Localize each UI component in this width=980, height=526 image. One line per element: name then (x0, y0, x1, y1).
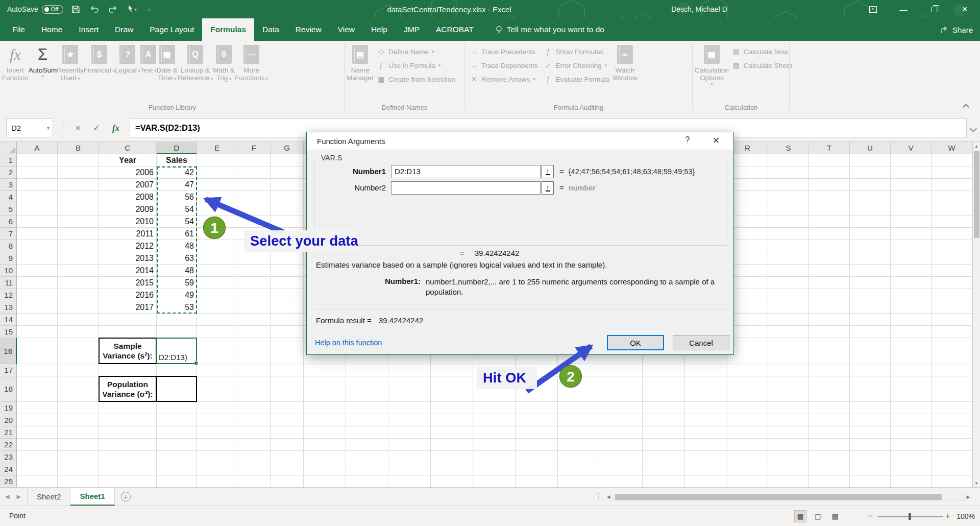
grid-cell-C4[interactable]: 2008 (99, 191, 156, 203)
column-header-G[interactable]: G (271, 142, 304, 154)
grid-cell-C13[interactable]: 2017 (99, 301, 156, 313)
name-box-caret-icon[interactable]: ▾ (47, 125, 50, 131)
range-selector-icon[interactable]: ↑ (542, 165, 554, 178)
range-selector-icon[interactable]: ↑ (542, 181, 554, 195)
restore-button[interactable] (919, 0, 949, 18)
name-box[interactable]: D2 ▾ (6, 118, 53, 137)
zoom-slider-thumb[interactable] (909, 513, 911, 520)
row-header-11[interactable]: 11 (0, 277, 17, 289)
dialog-titlebar[interactable]: Function Arguments (307, 132, 733, 150)
grid-cell-D2[interactable]: 42 (157, 166, 197, 178)
tell-me-box[interactable]: Tell me what you want to do (495, 18, 604, 41)
tab-data[interactable]: Data (254, 18, 287, 41)
redo-icon[interactable] (107, 4, 118, 15)
tab-view[interactable]: View (330, 18, 363, 41)
column-header-B[interactable]: B (58, 142, 99, 154)
grid-cell-D3[interactable]: 47 (157, 179, 197, 190)
grid-cell-D12[interactable]: 49 (157, 289, 197, 301)
page-layout-view-icon[interactable]: ▢ (812, 510, 824, 522)
grid-cell-D13[interactable]: 53 (157, 301, 197, 313)
ok-button[interactable]: OK (607, 335, 664, 350)
minimize-button[interactable]: — (888, 0, 919, 18)
insert-function-icon[interactable]: fx (107, 118, 125, 137)
row-header-17[interactable]: 17 (0, 364, 17, 376)
account-name[interactable]: Desch, Michael D (671, 0, 727, 18)
row-header-18[interactable]: 18 (0, 376, 17, 402)
row-header-15[interactable]: 15 (0, 326, 17, 338)
grid-cell-C3[interactable]: 2007 (99, 179, 156, 190)
grid-cell-C6[interactable]: 2010 (99, 216, 156, 227)
ribbon-item-trace-precedents[interactable]: →Trace Precedents (467, 46, 541, 57)
sheet-tab-sheet1[interactable]: Sheet1 (70, 488, 114, 506)
collapse-ribbon-icon[interactable] (963, 103, 969, 109)
normal-view-icon[interactable]: ▦ (794, 510, 806, 522)
grid-cell-C16[interactable]: Sample Variance (s²): (99, 338, 156, 364)
row-header-1[interactable]: 1 (0, 154, 17, 166)
tab-home[interactable]: Home (33, 18, 70, 41)
grid-cell-D7[interactable]: 61 (157, 228, 197, 240)
ribbon-item-text[interactable]: AText ▾ (140, 43, 157, 74)
row-header-2[interactable]: 2 (0, 166, 17, 179)
column-header-E[interactable]: E (197, 142, 237, 154)
row-header-21[interactable]: 21 (0, 426, 17, 439)
expand-formula-bar-icon[interactable] (970, 126, 977, 131)
grid-cell-D6[interactable]: 54 (157, 216, 197, 227)
cancel-entry-icon[interactable]: × (69, 118, 87, 137)
column-header-U[interactable]: U (850, 142, 891, 154)
save-icon[interactable] (70, 4, 82, 15)
ribbon-item-create-from-selection[interactable]: ▦Create from Selection (374, 74, 458, 84)
row-header-5[interactable]: 5 (0, 203, 17, 216)
ribbon-display-options-icon[interactable]: ˄ (857, 0, 888, 18)
ribbon-item-lookup-reference[interactable]: QLookup & Reference ▾ (178, 43, 213, 82)
ribbon-item-error-checking[interactable]: ✓Error Checking▾ (541, 60, 613, 70)
row-header-19[interactable]: 19 (0, 402, 17, 414)
column-header-C[interactable]: C (99, 142, 157, 154)
help-on-function-link[interactable]: Help on this function (315, 339, 382, 347)
row-header-4[interactable]: 4 (0, 191, 17, 203)
grid-cell-C8[interactable]: 2012 (99, 240, 156, 252)
zoom-in-icon[interactable]: + (945, 511, 950, 521)
scroll-down-icon[interactable]: ▼ (973, 479, 980, 487)
row-header-6[interactable]: 6 (0, 216, 17, 228)
column-header-V[interactable]: V (891, 142, 932, 154)
grid-cell-D5[interactable]: 54 (157, 203, 197, 215)
grid-cell-D1[interactable]: Sales (157, 154, 197, 166)
row-header-10[interactable]: 10 (0, 265, 17, 277)
formula-bar-splitter[interactable]: ⋮ (60, 122, 68, 131)
grid-cell-C1[interactable]: Year (99, 154, 156, 166)
row-header-16[interactable]: 16 (0, 338, 17, 364)
zoom-percentage[interactable]: 100% (957, 512, 975, 520)
row-header-9[interactable]: 9 (0, 252, 17, 265)
row-header-12[interactable]: 12 (0, 289, 17, 301)
tab-splitter-handle[interactable]: ⋮ (595, 492, 601, 500)
ribbon-item-name-manager[interactable]: ▤Name Manager (347, 43, 374, 82)
grid-cell-D9[interactable]: 63 (157, 252, 197, 264)
row-header-25[interactable]: 25 (0, 475, 17, 487)
column-header-D[interactable]: D (157, 142, 197, 154)
enter-entry-icon[interactable]: ✓ (88, 118, 105, 137)
ribbon-item-math-trig[interactable]: θMath & Trig ▾ (213, 43, 235, 82)
ribbon-item-autosum[interactable]: ΣAutoSum▾ (29, 43, 57, 78)
column-header-F[interactable]: F (237, 142, 271, 154)
row-header-20[interactable]: 20 (0, 414, 17, 426)
row-header-22[interactable]: 22 (0, 439, 17, 451)
grid-cell-D4[interactable]: 56 (157, 191, 197, 203)
row-header-23[interactable]: 23 (0, 451, 17, 463)
grid-cell-D10[interactable]: 48 (157, 265, 197, 276)
tab-page-layout[interactable]: Page Layout (141, 18, 202, 41)
grid-cell-C11[interactable]: 2015 (99, 277, 156, 289)
ribbon-item-watch-window[interactable]: ∞Watch Window (612, 43, 637, 82)
ribbon-item-trace-dependents[interactable]: →Trace Dependents (467, 60, 541, 70)
ribbon-item-evaluate-formula[interactable]: ƒEvaluate Formula (541, 74, 613, 84)
zoom-out-icon[interactable]: − (868, 511, 873, 521)
horizontal-scrollbar-thumb[interactable] (615, 494, 942, 500)
row-header-3[interactable]: 3 (0, 179, 17, 191)
sheet-nav-right-icon[interactable]: ▶ (16, 493, 20, 500)
ribbon-item-calculate-now[interactable]: ▦Calculate Now (729, 46, 795, 57)
row-header-13[interactable]: 13 (0, 301, 17, 314)
ribbon-item-date-time[interactable]: ▦Date & Time ▾ (157, 43, 178, 82)
row-header-7[interactable]: 7 (0, 228, 17, 240)
ribbon-item-show-formulas[interactable]: ƒShow Formulas (541, 46, 613, 57)
ribbon-item-calculation-options[interactable]: ▦Calculation Options▾ (695, 43, 729, 86)
column-header-T[interactable]: T (809, 142, 850, 154)
